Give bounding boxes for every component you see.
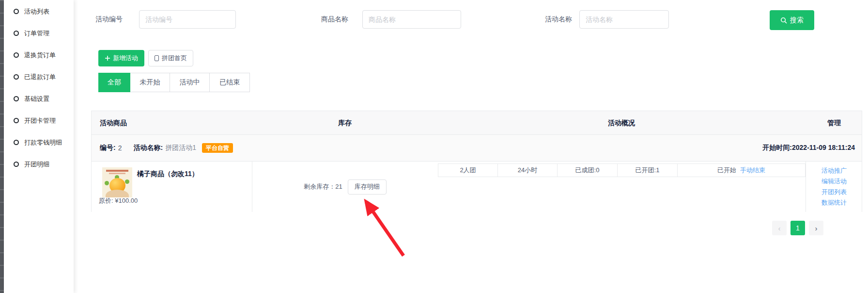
circle-icon xyxy=(14,96,19,101)
table-header: 活动商品 库存 活动概况 管理 xyxy=(92,111,862,135)
remaining-stock: 剩余库存：21 xyxy=(304,182,342,191)
add-activity-label: 新增活动 xyxy=(113,54,138,63)
edit-activity-link[interactable]: 编辑活动 xyxy=(822,176,847,187)
header-product: 活动商品 xyxy=(100,111,127,135)
activity-name-input[interactable] xyxy=(579,10,669,29)
promote-activity-link[interactable]: 活动推广 xyxy=(822,165,847,176)
page-icon xyxy=(155,55,159,61)
sidebar-item-activity-list[interactable]: 活动列表 xyxy=(4,0,74,22)
data-statistics-link[interactable]: 数据统计 xyxy=(822,197,847,208)
sidebar-item-label: 打款零钱明细 xyxy=(24,138,62,147)
activity-no-label: 活动编号 xyxy=(95,15,123,24)
header-overview: 活动概况 xyxy=(608,111,635,135)
tab-label: 已结束 xyxy=(219,78,240,87)
group-home-label: 拼团首页 xyxy=(162,54,187,63)
start-time: 开始时间:2022-11-09 18:11:24 xyxy=(762,144,855,152)
stock-detail-button[interactable]: 库存明细 xyxy=(348,179,387,195)
overview-cell-text: 已开团:1 xyxy=(636,166,660,175)
header-stock: 库存 xyxy=(338,111,352,135)
sidebar-item-basic-settings[interactable]: 基础设置 xyxy=(4,88,74,110)
activity-name-label: 活动名称 xyxy=(545,15,572,24)
sidebar-item-payment-detail[interactable]: 打款零钱明细 xyxy=(4,131,74,153)
tab-label: 全部 xyxy=(108,78,121,87)
overview-groups-completed: 已成团:0 xyxy=(557,164,617,177)
platform-badge: 平台自营 xyxy=(202,143,233,153)
sidebar: 活动列表 订单管理 退换货订单 已退款订单 基础设置 开团卡管理 打款零钱明细 … xyxy=(4,0,74,293)
circle-icon xyxy=(14,31,19,36)
activity-name-field-label: 活动名称: xyxy=(133,144,163,152)
manage-cell: 活动推广 编辑活动 开团列表 数据统计 xyxy=(806,162,862,212)
sidebar-item-group-card-management[interactable]: 开团卡管理 xyxy=(4,110,74,131)
product-title: 橘子商品（勿改11） xyxy=(137,170,199,179)
tab-in-progress[interactable]: 活动中 xyxy=(170,73,210,92)
collapsed-panel-strip xyxy=(0,0,4,293)
circle-icon xyxy=(14,9,19,14)
overview-cell-text: 已成团:0 xyxy=(575,166,600,175)
search-button[interactable]: 搜索 xyxy=(770,10,814,30)
header-manage: 管理 xyxy=(827,111,841,135)
search-icon xyxy=(780,17,787,24)
remaining-stock-label: 剩余库存： xyxy=(304,183,335,190)
tab-all[interactable]: 全部 xyxy=(98,73,130,92)
circle-icon xyxy=(14,140,19,145)
circle-icon xyxy=(14,52,19,58)
overview-cell-text: 2人团 xyxy=(460,166,476,175)
price-label: 原价: xyxy=(99,197,113,204)
chevron-left-icon: ‹ xyxy=(778,224,781,232)
status-tabs: 全部 未开始 活动中 已结束 xyxy=(98,73,250,92)
overview-groups-opened: 已开团:1 xyxy=(617,164,677,177)
sidebar-item-label: 开团卡管理 xyxy=(24,116,56,125)
tab-label: 未开始 xyxy=(140,78,160,87)
sidebar-item-label: 退换货订单 xyxy=(24,51,56,60)
circle-icon xyxy=(14,118,19,123)
sidebar-item-label: 开团明细 xyxy=(24,160,49,169)
group-list-link[interactable]: 开团列表 xyxy=(822,187,847,197)
price-value: ¥100.00 xyxy=(115,197,138,204)
product-name-input[interactable] xyxy=(362,10,461,29)
start-time-value: 2022-11-09 18:11:24 xyxy=(792,144,855,151)
activity-table: 活动商品 库存 活动概况 管理 编号: 2 活动名称: 拼团活动1 平台自营 开… xyxy=(91,111,862,212)
overview-group-size: 2人团 xyxy=(438,164,497,177)
activity-name-value: 拼团活动1 xyxy=(165,144,196,152)
stock-cell: 剩余库存：21 库存明细 xyxy=(252,162,438,212)
circle-icon xyxy=(14,74,19,80)
add-activity-button[interactable]: 新增活动 xyxy=(98,50,144,66)
activity-no-field-label: 编号: xyxy=(100,144,116,152)
activity-no-input[interactable] xyxy=(139,10,236,29)
overview-duration: 24小时 xyxy=(497,164,557,177)
sidebar-item-label: 基础设置 xyxy=(24,95,49,103)
group-home-button[interactable]: 拼团首页 xyxy=(148,50,193,66)
activity-info-row: 编号: 2 活动名称: 拼团活动1 平台自营 开始时间:2022-11-09 1… xyxy=(92,135,862,162)
pagination: ‹ 1 › xyxy=(772,221,823,235)
page-1-button[interactable]: 1 xyxy=(790,221,805,235)
manual-end-link[interactable]: 手动结束 xyxy=(740,166,765,175)
next-page-button[interactable]: › xyxy=(809,221,823,235)
overview-status: 已开始 手动结束 xyxy=(677,164,805,177)
product-price: 原价: ¥100.00 xyxy=(99,196,138,205)
sidebar-item-order-management[interactable]: 订单管理 xyxy=(4,22,74,44)
sidebar-item-return-orders[interactable]: 退换货订单 xyxy=(4,44,74,66)
product-cell: 橘子商品（勿改11） 原价: ¥100.00 xyxy=(92,162,252,212)
overview-cell-text: 24小时 xyxy=(518,166,537,175)
start-time-label: 开始时间: xyxy=(762,144,792,151)
product-thumbnail xyxy=(102,167,132,197)
tab-ended[interactable]: 已结束 xyxy=(209,73,250,92)
product-name-label: 商品名称 xyxy=(321,15,348,24)
sidebar-item-refunded-orders[interactable]: 已退款订单 xyxy=(4,66,74,88)
sidebar-item-group-detail[interactable]: 开团明细 xyxy=(4,153,74,175)
plus-icon xyxy=(105,55,110,61)
chevron-right-icon: › xyxy=(815,224,818,232)
status-text: 已开始 xyxy=(717,166,736,175)
tab-label: 活动中 xyxy=(180,78,200,87)
activity-info-left: 编号: 2 活动名称: 拼团活动1 平台自营 xyxy=(100,143,233,153)
tab-not-started[interactable]: 未开始 xyxy=(130,73,170,92)
activity-no-value: 2 xyxy=(118,144,122,152)
activity-overview: 2人团 24小时 已成团:0 已开团:1 已开始 手动结束 xyxy=(438,163,806,177)
remaining-stock-value: 21 xyxy=(335,183,342,190)
prev-page-button[interactable]: ‹ xyxy=(772,221,787,235)
sidebar-item-label: 已退款订单 xyxy=(24,73,56,81)
circle-icon xyxy=(14,162,19,167)
sidebar-item-label: 活动列表 xyxy=(24,7,49,16)
table-row: 橘子商品（勿改11） 原价: ¥100.00 剩余库存：21 库存明细 2人团 … xyxy=(92,162,862,212)
search-button-label: 搜索 xyxy=(790,16,804,25)
